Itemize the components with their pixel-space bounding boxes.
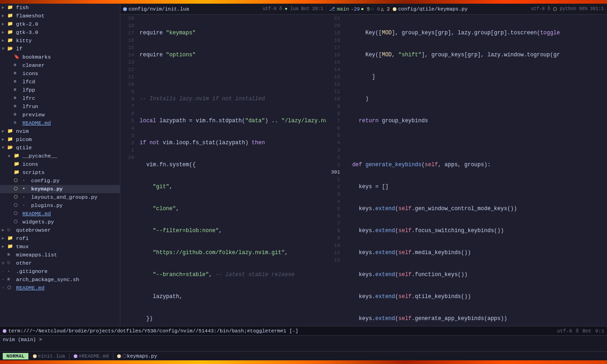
sidebar-item-lf-lfcd[interactable]: ≡ lfcd <box>0 78 120 86</box>
left-editor-pane: config/nvim/init.lua utf-8 δ ● lua Bot 2… <box>120 4 326 326</box>
terminal-content-area[interactable]: nvim (main) > <box>0 336 607 351</box>
sidebar-item-gtk2[interactable]: ▶ 📁 gtk-2.0 <box>0 20 120 28</box>
sidebar-item-gtk3[interactable]: ▶ 📁 gtk-3.0 <box>0 28 120 37</box>
dot-icon: · <box>2 268 7 275</box>
terminal-encoding: utf-8 <box>557 328 572 334</box>
right-code-area[interactable]: 21 20 19 18 17 16 15 14 13 12 11 10 9 8 <box>326 15 607 326</box>
left-mode: Bot <box>301 6 309 11</box>
code-line <box>346 139 607 147</box>
sidebar-item-qtile[interactable]: ▼ 📂 qtile <box>0 144 120 152</box>
left-filetype: lua <box>290 6 298 11</box>
sidebar-item-kitty[interactable]: ▶ 📁 kitty <box>0 37 120 45</box>
sidebar-item-label: gtk-2.0 <box>16 21 38 28</box>
file-icon: ≡ <box>14 78 21 86</box>
sidebar-item-label: kitty <box>16 37 32 44</box>
sidebar-item-label: widgets.py <box>22 218 54 226</box>
sidebar-item-label: cleaner <box>22 62 44 69</box>
terminal-position: 9:1 <box>595 328 604 334</box>
left-code-area[interactable]: 19 18 17 16 15 14 13 12 11 10 9 8 7 6 <box>120 15 326 326</box>
sidebar-item-qtile-widgets[interactable]: ⬡ widgets.py <box>0 218 120 226</box>
terminal-status: utf-8 δ Bot 9:1 <box>557 328 604 334</box>
python-dot-icon: ⬡ <box>14 218 21 226</box>
terminal-tab-dot <box>3 329 6 333</box>
sidebar-item-lf-lfrun[interactable]: ≡ lfrun <box>0 103 120 111</box>
terminal-prompt: nvim (main) > <box>3 337 42 342</box>
sidebar-item-gitignore[interactable]: · · .gitignore <box>0 267 120 276</box>
sidebar-item-qtile-layouts[interactable]: ⬡ · layouts_and_groups.py <box>0 193 120 201</box>
sidebar-item-nvim[interactable]: ▶ 📁 nvim <box>0 127 120 136</box>
code-line: Key([MOD], group_keys[grp], lazy.group[g… <box>346 29 607 37</box>
sidebar-item-fish[interactable]: ▶ 📁 fish <box>0 4 120 12</box>
arrow-icon: ▶ <box>2 136 7 143</box>
sidebar-item-lf-cleaner[interactable]: ≡ cleaner <box>0 61 120 70</box>
folder-icon: 📁 <box>7 235 15 242</box>
sidebar-item-qtile-scripts[interactable]: 📁 scripts <box>0 168 120 177</box>
python-dot-icon: ⬡ <box>14 177 21 185</box>
editor-panes: config/nvim/init.lua utf-8 δ ● lua Bot 2… <box>120 4 607 326</box>
sidebar-item-lf[interactable]: ▼ 📂 lf <box>0 45 120 53</box>
file-icon: ≡ <box>14 62 21 69</box>
code-line: local lazypath = vim.fn.stdpath("data") … <box>140 117 326 125</box>
status-tab-readme-label: README.md <box>81 353 108 359</box>
sidebar-item-qtile-plugins[interactable]: ⬡ · plugins.py <box>0 201 120 210</box>
file-icon: ≡ <box>14 70 21 77</box>
folder-icon: 📁 <box>7 37 15 44</box>
file-icon: ≡ <box>14 87 21 94</box>
sidebar-item-label: lfcd <box>22 78 35 86</box>
arrow-icon: ▶ <box>2 235 7 242</box>
file-icon: ≡ <box>7 276 15 283</box>
tab-separator: │ <box>68 353 71 359</box>
file-icon: ≡ <box>14 103 21 110</box>
left-code-content[interactable]: require "keymaps" require "options" -- I… <box>137 15 326 326</box>
terminal-tab-bar: term:///~/Nextcloud/brodie/projects/dotf… <box>0 326 607 336</box>
status-dot-init <box>33 354 37 358</box>
sidebar-item-lf-lfpp[interactable]: ≡ lfpp <box>0 86 120 94</box>
sidebar-item-rofi[interactable]: ▶ 📁 rofi <box>0 234 120 243</box>
code-line: keys.extend(self.function_keys()) <box>346 271 607 278</box>
python-icon: · <box>22 202 30 209</box>
arrow-icon: ▶ <box>2 128 7 135</box>
sidebar-item-tmux[interactable]: ▶ 📁 tmux <box>0 243 120 251</box>
sidebar[interactable]: ▶ 📁 fish ▶ 📁 flameshot ▶ 📁 gtk-2.0 ▶ 📁 g… <box>0 4 120 326</box>
sidebar-item-qtile-icons[interactable]: 📁 icons <box>0 160 120 168</box>
sidebar-item-lf-readme[interactable]: ≡ README.md <box>0 119 120 127</box>
code-line: keys.extend(self.qtile_keybinds()) <box>346 293 607 300</box>
file-icon: ≡ <box>14 95 21 102</box>
code-line: lazypath, <box>140 293 326 300</box>
sidebar-item-lf-bookmarks[interactable]: 🔖 bookmarks <box>0 53 120 61</box>
folder-icon: 📁 <box>7 12 15 20</box>
sidebar-item-qtile-config[interactable]: ⬡ · config.py <box>0 177 120 185</box>
left-position: 20:1 <box>312 6 323 11</box>
status-bar: NORMAL ≡ init.lua │ ≡ README.md │ ⬡ keym… <box>0 351 607 360</box>
sidebar-item-qtile-keymaps[interactable]: ⬡ • keymaps.py <box>0 185 120 193</box>
sidebar-item-label: rofi <box>16 235 29 242</box>
sidebar-item-flameshot[interactable]: ▶ 📁 flameshot <box>0 12 120 20</box>
sidebar-item-picom[interactable]: ▶ 📁 picom <box>0 136 120 144</box>
sidebar-item-arch-package[interactable]: − ≡ arch_package_sync.sh <box>0 276 120 284</box>
sidebar-item-mimeapps[interactable]: ≡ mimeapps.list <box>0 251 120 259</box>
status-tab-keymaps[interactable]: ⬡ keymaps.py <box>117 353 157 359</box>
left-lua-dot: ● <box>285 6 287 11</box>
code-line: if not vim.loop.fs_stat(lazypath) then <box>140 139 326 147</box>
code-line: Key([MOD, "shift"], group_keys[grp], laz… <box>346 51 607 59</box>
sidebar-item-label: __pycache__ <box>22 152 57 160</box>
sidebar-item-lf-icons[interactable]: ≡ icons <box>0 70 120 78</box>
sidebar-item-lf-preview[interactable]: ≡ preview <box>0 111 120 119</box>
sidebar-item-qtile-pycache[interactable]: ▶ 📁 __pycache__ <box>0 152 120 160</box>
folder-icon: 📁 <box>7 4 15 11</box>
arrow-icon: ▶ <box>2 37 7 44</box>
sidebar-item-qtile-readme[interactable]: ⬡ README.md <box>0 210 120 218</box>
status-tab-readme[interactable]: ≡ README.md <box>74 353 109 359</box>
sidebar-item-qutebrowser[interactable]: ▶ U qutebrowser <box>0 226 120 234</box>
arrow-down-icon: ▼ <box>2 45 7 53</box>
sidebar-item-lf-lfrc[interactable]: ≡ lfrc <box>0 94 120 103</box>
terminal-mode: Bot <box>582 328 591 334</box>
bookmark-icon: 🔖 <box>14 54 21 61</box>
sidebar-item-other[interactable]: ⊟ U other <box>0 259 120 267</box>
sidebar-item-label: fish <box>16 4 29 11</box>
right-code-content[interactable]: Key([MOD], group_keys[grp], lazy.group[g… <box>343 15 607 326</box>
status-tab-init[interactable]: ≡ init.lua <box>33 353 65 359</box>
sidebar-item-readme-root[interactable]: − ⬡ README.md <box>0 284 120 292</box>
folder-open-icon: 📂 <box>7 144 15 152</box>
git-delta-icon: -29 <box>351 6 360 12</box>
